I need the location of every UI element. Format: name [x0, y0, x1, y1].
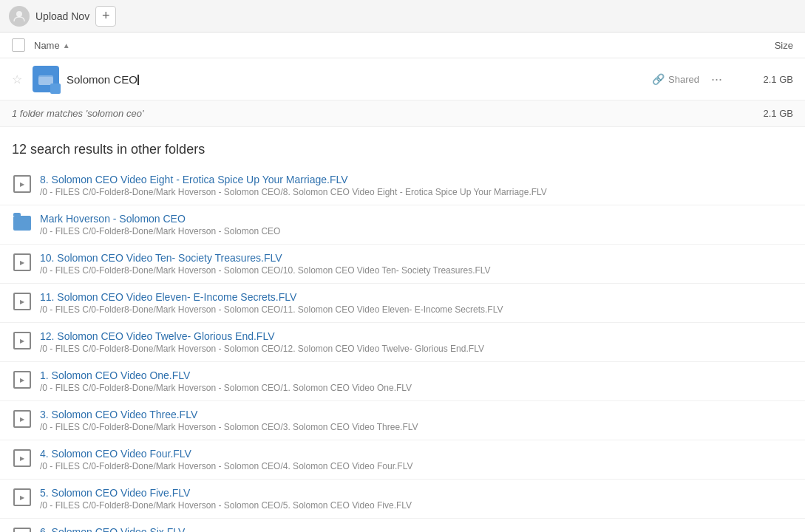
list-item[interactable]: 6. Solomon CEO Video Six.FLV /0 - FILES … [0, 519, 805, 532]
result-title[interactable]: 12. Solomon CEO Video Twelve- Glorious E… [40, 330, 793, 342]
result-content: 6. Solomon CEO Video Six.FLV /0 - FILES … [40, 526, 793, 532]
result-content: 11. Solomon CEO Video Eleven- E-Income S… [40, 291, 793, 315]
result-content: 10. Solomon CEO Video Ten- Society Treas… [40, 252, 793, 276]
select-all-checkbox[interactable] [12, 38, 25, 52]
results-list: 8. Solomon CEO Video Eight - Erotica Spi… [0, 166, 805, 532]
result-path: /0 - FILES C/0-Folder8-Done/Mark Hoverso… [40, 461, 793, 471]
text-cursor [137, 75, 139, 85]
shared-badge: 🔗 Shared [652, 73, 699, 85]
svg-point-0 [16, 11, 22, 17]
link-icon: 🔗 [652, 73, 665, 85]
video-file-icon [12, 526, 33, 532]
folder-name[interactable]: Solomon CEO [67, 73, 652, 86]
result-path: /0 - FILES C/0-Folder8-Done/Mark Hoverso… [40, 422, 793, 432]
video-file-icon [12, 409, 33, 429]
list-item[interactable]: 8. Solomon CEO Video Eight - Erotica Spi… [0, 166, 805, 205]
video-file-icon [12, 291, 33, 312]
avatar [9, 6, 30, 27]
video-file-icon [12, 252, 33, 273]
match-text: 1 folder matches 'solomon ceo' [12, 108, 734, 119]
folder-small-icon [12, 213, 33, 233]
result-path: /0 - FILES C/0-Folder8-Done/Mark Hoverso… [40, 226, 793, 236]
video-file-icon [12, 448, 33, 468]
list-item[interactable]: 12. Solomon CEO Video Twelve- Glorious E… [0, 323, 805, 362]
result-content: 3. Solomon CEO Video Three.FLV /0 - FILE… [40, 409, 793, 432]
result-title[interactable]: 10. Solomon CEO Video Ten- Society Treas… [40, 252, 793, 264]
main-folder-row[interactable]: ☆ Solomon CEO 🔗 Shared ··· 2.1 GB [0, 58, 805, 100]
name-column-header[interactable]: Name ▲ [34, 40, 734, 51]
video-file-icon [12, 330, 33, 351]
match-size: 2.1 GB [734, 108, 793, 119]
result-title[interactable]: 11. Solomon CEO Video Eleven- E-Income S… [40, 291, 793, 303]
result-path: /0 - FILES C/0-Folder8-Done/Mark Hoverso… [40, 187, 793, 197]
result-path: /0 - FILES C/0-Folder8-Done/Mark Hoverso… [40, 304, 793, 315]
results-header: 12 search results in other folders [0, 127, 805, 166]
result-content: 8. Solomon CEO Video Eight - Erotica Spi… [40, 174, 793, 197]
video-file-icon [12, 174, 33, 194]
result-title[interactable]: Mark Hoverson - Solomon CEO [40, 213, 793, 225]
list-item[interactable]: Mark Hoverson - Solomon CEO /0 - FILES C… [0, 205, 805, 245]
size-column-header[interactable]: Size [734, 40, 793, 51]
result-content: Mark Hoverson - Solomon CEO /0 - FILES C… [40, 213, 793, 236]
result-title[interactable]: 5. Solomon CEO Video Five.FLV [40, 487, 793, 499]
top-bar: Upload Nov + [0, 0, 805, 33]
result-path: /0 - FILES C/0-Folder8-Done/Mark Hoverso… [40, 265, 793, 276]
folder-shared-icon [33, 66, 59, 92]
result-content: 5. Solomon CEO Video Five.FLV /0 - FILES… [40, 487, 793, 511]
result-content: 12. Solomon CEO Video Twelve- Glorious E… [40, 330, 793, 354]
page-title: Upload Nov [35, 10, 89, 22]
result-content: 1. Solomon CEO Video One.FLV /0 - FILES … [40, 369, 793, 393]
star-icon[interactable]: ☆ [12, 72, 27, 86]
list-item[interactable]: 4. Solomon CEO Video Four.FLV /0 - FILES… [0, 440, 805, 480]
list-item[interactable]: 11. Solomon CEO Video Eleven- E-Income S… [0, 284, 805, 323]
column-header: Name ▲ Size [0, 33, 805, 58]
result-title[interactable]: 1. Solomon CEO Video One.FLV [40, 369, 793, 381]
folder-size: 2.1 GB [734, 74, 793, 85]
result-path: /0 - FILES C/0-Folder8-Done/Mark Hoverso… [40, 383, 793, 393]
video-file-icon [12, 487, 33, 508]
sort-arrow-icon: ▲ [63, 41, 70, 50]
svg-rect-2 [38, 77, 53, 85]
more-options-button[interactable]: ··· [711, 72, 722, 87]
result-content: 4. Solomon CEO Video Four.FLV /0 - FILES… [40, 448, 793, 471]
video-file-icon [12, 369, 33, 390]
add-button[interactable]: + [95, 6, 116, 27]
result-title[interactable]: 4. Solomon CEO Video Four.FLV [40, 448, 793, 460]
result-title[interactable]: 8. Solomon CEO Video Eight - Erotica Spi… [40, 174, 793, 185]
list-item[interactable]: 10. Solomon CEO Video Ten- Society Treas… [0, 245, 805, 284]
result-path: /0 - FILES C/0-Folder8-Done/Mark Hoverso… [40, 500, 793, 511]
list-item[interactable]: 1. Solomon CEO Video One.FLV /0 - FILES … [0, 362, 805, 401]
result-path: /0 - FILES C/0-Folder8-Done/Mark Hoverso… [40, 344, 793, 354]
list-item[interactable]: 5. Solomon CEO Video Five.FLV /0 - FILES… [0, 480, 805, 519]
result-title[interactable]: 6. Solomon CEO Video Six.FLV [40, 526, 793, 532]
result-title[interactable]: 3. Solomon CEO Video Three.FLV [40, 409, 793, 420]
match-info-row: 1 folder matches 'solomon ceo' 2.1 GB [0, 100, 805, 127]
list-item[interactable]: 3. Solomon CEO Video Three.FLV /0 - FILE… [0, 401, 805, 440]
